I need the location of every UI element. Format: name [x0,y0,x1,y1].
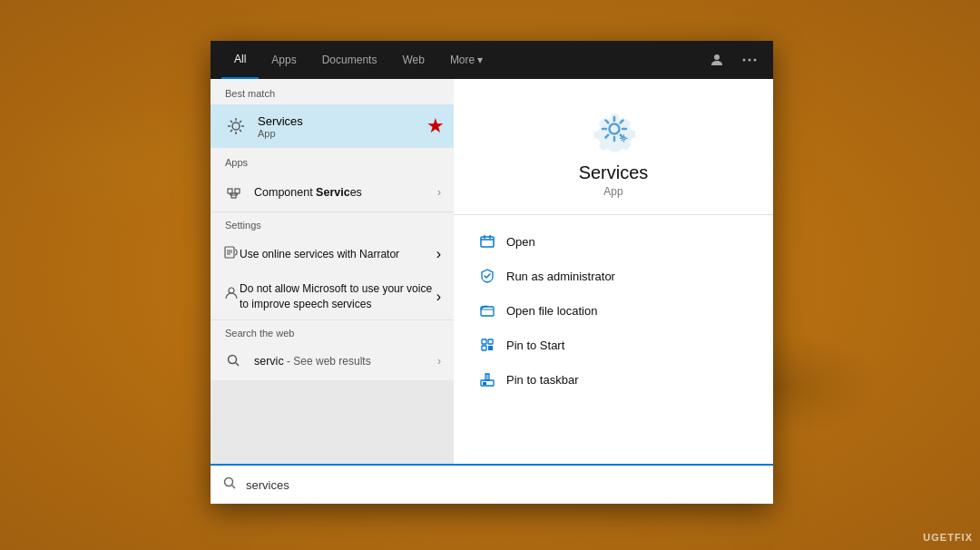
svg-rect-5 [235,189,240,193]
svg-rect-20 [481,237,494,247]
services-icon [223,113,249,139]
search-bar-container [211,464,773,504]
run-as-admin-action[interactable]: Run as administrator [472,259,755,293]
settings-label: Settings [211,212,454,234]
right-actions: Open Run as administrator [454,215,773,406]
best-match-item[interactable]: Services App ★ [211,104,454,148]
left-panel-spacer [211,380,454,464]
open-icon [477,231,497,251]
best-match-subtitle: App [258,128,441,139]
services-app-icon [590,104,637,152]
tab-web[interactable]: Web [389,41,436,79]
svg-point-15 [229,288,234,293]
search-web-label: Search the web [211,320,454,342]
arrow-icon-3: › [436,289,441,305]
svg-rect-25 [488,346,493,350]
right-panel-header: Services App [454,79,773,215]
svg-rect-22 [482,339,486,344]
search-bar-icon [223,476,237,493]
voice-icon [223,285,240,305]
tab-documents[interactable]: Documents [309,41,390,79]
pin-to-taskbar-action[interactable]: Pin to taskbar [472,362,755,397]
component-services-label: Component Services [254,186,437,199]
svg-rect-24 [482,346,486,350]
more-options-icon[interactable] [737,49,762,71]
admin-icon [477,266,497,286]
svg-point-0 [743,59,746,62]
search-web-icon [223,350,245,372]
voice-services-item[interactable]: Do not allow Microsoft to use your voice… [211,274,454,319]
nav-bar: All Apps Documents Web More ▾ [211,41,773,79]
nav-tabs: All Apps Documents Web More ▾ [221,41,704,79]
open-file-location-action[interactable]: Open file location [472,293,755,328]
service-app-title: Services [579,162,649,183]
arrow-icon-2: › [436,246,441,262]
narrator-services-item[interactable]: Use online services with Narrator › [211,234,454,274]
star-icon: ★ [426,114,445,138]
svg-rect-23 [488,339,493,344]
open-action[interactable]: Open [472,224,755,259]
search-input[interactable] [246,478,760,492]
svg-rect-4 [228,189,232,193]
search-panel: All Apps Documents Web More ▾ [211,41,773,504]
run-as-admin-label: Run as administrator [506,270,615,283]
best-match-text: Services App [258,114,441,139]
user-icon[interactable] [704,49,730,71]
open-file-location-label: Open file location [506,304,597,318]
search-web-item[interactable]: servic - See web results › [211,342,454,380]
left-panel: Best match Services App ★ [211,79,454,464]
open-label: Open [506,235,535,249]
pin-to-start-label: Pin to Start [506,339,564,352]
watermark: UGETFIX [923,532,973,543]
right-panel: Services App Open [454,79,773,464]
best-match-label: Best match [211,79,454,104]
svg-point-29 [225,478,233,486]
arrow-icon-4: › [437,355,441,368]
pin-to-start-action[interactable]: Pin to Start [472,328,755,362]
arrow-icon: › [437,186,441,199]
nav-actions [704,49,762,71]
more-button[interactable]: More ▾ [437,41,495,79]
pin-taskbar-icon [477,369,497,389]
pin-start-icon [477,335,497,355]
svg-line-17 [236,362,240,366]
narrator-label: Use online services with Narrator [240,247,436,262]
pin-to-taskbar-label: Pin to taskbar [506,373,579,387]
svg-rect-27 [483,382,486,385]
svg-line-30 [232,486,236,489]
tab-all[interactable]: All [221,41,259,79]
apps-label: Apps [211,148,454,173]
component-services-item[interactable]: Component Services › [211,173,454,211]
best-match-title: Services [258,114,441,128]
narrator-icon [223,244,240,264]
service-app-subtitle: App [603,185,622,198]
file-location-icon [477,300,497,320]
voice-label: Do not allow Microsoft to use your voice… [240,281,436,312]
search-web-label-text: servic - See web results [254,355,437,368]
tab-apps[interactable]: Apps [259,41,309,79]
main-content: Best match Services App ★ [211,79,773,464]
svg-point-16 [229,355,237,363]
svg-point-2 [754,59,757,62]
svg-point-3 [232,123,240,130]
svg-point-1 [749,59,751,62]
component-services-icon [223,182,245,203]
